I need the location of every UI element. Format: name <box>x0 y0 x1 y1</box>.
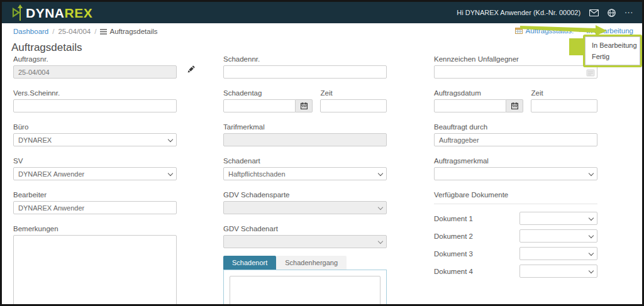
auftragsstatus-label: Auftragsstatus: <box>525 27 574 35</box>
buero-select-value: DYNAREX <box>18 136 52 144</box>
sv-label: SV <box>13 157 177 165</box>
bemerkungen-textarea[interactable] <box>13 235 177 306</box>
calendar-icon[interactable] <box>296 99 313 112</box>
chevron-down-icon <box>378 205 383 210</box>
more-menu-icon[interactable]: ... <box>625 11 633 14</box>
list-icon <box>100 29 107 35</box>
brand-logo[interactable]: DYNAREX <box>11 4 92 21</box>
auftrag-zeit-label: Zeit <box>531 89 597 97</box>
auftragsstatus-popup: In Bearbeitung Fertig <box>585 36 640 65</box>
schadenart-select[interactable]: Haftpflichtschaden <box>223 167 387 180</box>
schaden-zeit-input[interactable] <box>320 99 387 112</box>
top-navigation-bar: DYNAREX Hi DYNAREX Anwender (Kd.-Nr. 000… <box>2 2 642 23</box>
chevron-down-icon <box>589 268 594 273</box>
chevron-down-icon <box>589 216 594 221</box>
breadcrumb-dashboard-link[interactable]: Dashboard <box>13 28 48 35</box>
dokument-row: Dokument 4 <box>434 265 597 278</box>
gdv-schadensparte-select <box>223 201 387 214</box>
dokument-4-label: Dokument 4 <box>434 268 519 275</box>
schadentag-label: Schadentag <box>223 89 313 97</box>
breadcrumb-order: 25-04/004 <box>58 28 91 35</box>
right-column: Kennzeichen Unfallgegner Auftragsdatum <box>434 55 597 282</box>
buero-label: Büro <box>13 123 177 131</box>
dokument-1-label: Dokument 1 <box>434 215 519 222</box>
chevron-down-icon <box>589 233 594 238</box>
page-title: Auftragsdetails <box>11 41 82 54</box>
auftragsmerkmal-label: Auftragsmerkmal <box>434 157 597 165</box>
dokument-2-label: Dokument 2 <box>434 232 519 240</box>
auftragsnr-label: Auftragsnr. <box>13 55 177 63</box>
license-plate-icon[interactable] <box>586 68 595 79</box>
auftragsdatum-label: Auftragsdatum <box>434 89 523 97</box>
dokument-row: Dokument 3 <box>434 247 597 260</box>
vers-scheinnr-input[interactable] <box>13 99 177 112</box>
gdv-schadenart-label: GDV Schadenart <box>223 225 387 232</box>
status-option-fertig[interactable]: Fertig <box>586 51 640 62</box>
tarifmerkmal-label: Tarifmerkmal <box>223 123 387 131</box>
middle-column: Schadennr. Schadentag Zeit Tarifmerkmal <box>223 55 387 306</box>
chevron-down-icon <box>378 239 383 244</box>
status-option-in-bearbeitung[interactable]: In Bearbeitung <box>586 40 640 51</box>
calendar-icon[interactable] <box>506 99 523 112</box>
globe-icon[interactable] <box>608 9 616 17</box>
auftrag-zeit-input[interactable] <box>531 99 597 112</box>
sv-select-value: DYNAREX Anwender <box>18 170 84 178</box>
left-column: Auftragsnr. Vers.Scheinnr. Büro DYNAREX … <box>13 55 177 306</box>
schaden-zeit-label: Zeit <box>320 89 387 97</box>
tab-schadenhergang[interactable]: Schadenhergang <box>276 256 347 270</box>
brand-name: DYNAREX <box>26 6 92 19</box>
chevron-down-icon <box>589 251 594 256</box>
buero-select[interactable]: DYNAREX <box>13 133 177 146</box>
vers-scheinnr-label: Vers.Scheinnr. <box>13 89 177 97</box>
app-window: DYNAREX Hi DYNAREX Anwender (Kd.-Nr. 000… <box>0 0 644 306</box>
schadenart-select-value: Haftpflichtschaden <box>228 170 286 178</box>
bearbeiter-label: Bearbeiter <box>13 191 177 199</box>
kennzeichen-label: Kennzeichen Unfallgegner <box>434 55 597 63</box>
chevron-down-icon <box>168 171 173 176</box>
schadennr-input[interactable] <box>223 65 387 79</box>
auftragsmerkmal-select[interactable] <box>434 167 597 180</box>
mail-icon[interactable] <box>589 9 599 16</box>
auftragsstatus-dropdown[interactable]: Auftragsstatus: In Bearbeitung <box>515 27 633 35</box>
dynarex-logo-icon <box>11 4 25 21</box>
dokument-3-label: Dokument 3 <box>434 250 519 258</box>
dokument-3-select[interactable] <box>519 247 597 260</box>
chevron-down-icon <box>577 30 582 32</box>
dokument-1-select[interactable] <box>519 212 597 225</box>
tab-schadenort[interactable]: Schadenort <box>223 256 276 270</box>
dokument-4-select[interactable] <box>519 265 597 278</box>
breadcrumb-separator: / <box>94 28 96 35</box>
dokument-row: Dokument 1 <box>434 212 597 225</box>
chevron-down-icon <box>589 171 594 176</box>
schadenart-label: Schadenart <box>223 157 387 165</box>
kennzeichen-input[interactable] <box>434 65 597 79</box>
bemerkungen-label: Bemerkungen <box>13 225 177 232</box>
auftragsstatus-value: In Bearbeitung <box>586 27 633 35</box>
schaden-tabs: Schadenort Schadenhergang <box>223 256 387 270</box>
breadcrumb-current-label: Auftragsdetails <box>109 28 157 35</box>
schadenort-panel <box>223 270 387 306</box>
chevron-down-icon <box>168 137 173 142</box>
user-greeting: Hi DYNAREX Anwender (Kd.-Nr. 00002) <box>457 9 580 16</box>
auftragsdatum-input[interactable] <box>434 99 506 112</box>
schadennr-label: Schadennr. <box>223 55 387 63</box>
schadenort-textarea[interactable] <box>230 276 380 306</box>
auftragsnr-input <box>13 65 177 79</box>
dokument-2-select[interactable] <box>519 229 597 243</box>
verfuegbare-dokumente-header: Verfügbare Dokumente <box>434 191 597 204</box>
schadentag-input[interactable] <box>223 99 296 112</box>
breadcrumb-current: Auftragsdetails <box>100 28 157 35</box>
sv-select[interactable]: DYNAREX Anwender <box>13 167 177 180</box>
beauftragt-durch-input[interactable] <box>434 133 597 146</box>
gdv-schadensparte-label: GDV Schadensparte <box>223 191 387 199</box>
chevron-down-icon <box>378 171 383 176</box>
edit-pencil-icon[interactable] <box>186 64 196 77</box>
tarifmerkmal-input <box>223 133 387 146</box>
dokument-row: Dokument 2 <box>434 229 597 243</box>
beauftragt-durch-label: Beauftragt durch <box>434 123 597 131</box>
table-icon <box>515 28 523 34</box>
breadcrumb-separator: / <box>52 28 54 35</box>
gdv-schadenart-select <box>223 235 387 248</box>
bearbeiter-input[interactable] <box>13 201 177 214</box>
